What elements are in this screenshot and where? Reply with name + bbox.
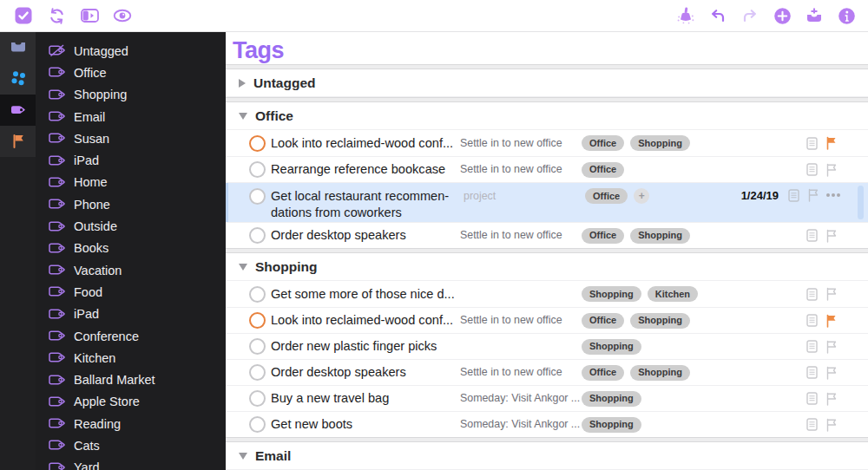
- sidebar-item-reading[interactable]: Reading: [36, 413, 226, 434]
- main-scrollbar-thumb[interactable]: [858, 186, 864, 219]
- tag-pill[interactable]: Office: [582, 313, 624, 329]
- tag-pill[interactable]: Shopping: [630, 135, 690, 151]
- perspective-projects[interactable]: [0, 63, 36, 95]
- flag-icon[interactable]: [825, 287, 837, 301]
- tag-pill[interactable]: Shopping: [582, 286, 641, 302]
- flag-icon[interactable]: [825, 163, 837, 177]
- note-icon[interactable]: [806, 418, 818, 431]
- sidebar-item-susan[interactable]: Susan: [36, 127, 226, 149]
- flag-icon[interactable]: [825, 340, 837, 354]
- task-checkbox[interactable]: [249, 416, 266, 433]
- task-project-placeholder[interactable]: project: [464, 188, 585, 205]
- sidebar-item-conference[interactable]: Conference: [36, 325, 226, 347]
- add-tag-button[interactable]: +: [634, 188, 649, 204]
- note-icon[interactable]: [806, 288, 818, 301]
- flag-icon[interactable]: [825, 418, 837, 432]
- tag-pill[interactable]: Shopping: [582, 339, 641, 355]
- task-row-selected[interactable]: Get local restaurant recommen­dations fr…: [226, 182, 868, 222]
- task-checkbox[interactable]: [249, 227, 266, 244]
- sync-icon[interactable]: [47, 6, 66, 25]
- task-row[interactable]: Order desktop speakers Settle in to new …: [226, 359, 868, 385]
- section-header-untagged[interactable]: Untagged: [226, 69, 868, 97]
- tag-pill[interactable]: Office: [582, 228, 624, 244]
- sidebar-item-ipad-2[interactable]: iPad: [36, 304, 226, 325]
- tag-pill[interactable]: Office: [582, 135, 624, 151]
- sidebar-item-books[interactable]: Books: [36, 238, 226, 259]
- note-icon[interactable]: [806, 137, 818, 150]
- view-eye-icon[interactable]: [113, 6, 132, 25]
- tag-pill[interactable]: Office: [582, 365, 624, 381]
- tag-pill[interactable]: Shopping: [582, 391, 641, 407]
- sidebar-item-email[interactable]: Email: [36, 106, 226, 127]
- add-item-icon[interactable]: [773, 6, 792, 25]
- due-date[interactable]: 1/24/19: [741, 189, 779, 202]
- task-row[interactable]: Rearrange reference bookcase Settle in t…: [226, 156, 868, 182]
- sidebar-item-home[interactable]: Home: [36, 172, 226, 193]
- task-row[interactable]: Look into reclaimed-wood conf... Settle …: [226, 130, 868, 156]
- sidebar-item-apple-store[interactable]: Apple Store: [36, 391, 226, 413]
- sidebar-item-kitchen[interactable]: Kitchen: [36, 347, 226, 369]
- section-header-shopping[interactable]: Shopping: [226, 253, 868, 281]
- clean-up-icon[interactable]: [676, 6, 695, 25]
- sidebar-item-office[interactable]: Office: [36, 62, 226, 83]
- complete-checkbox-icon[interactable]: [14, 6, 33, 25]
- sidebar-item-vacation[interactable]: Vacation: [36, 259, 226, 281]
- tag-pill[interactable]: Shopping: [630, 313, 690, 329]
- sidebar-item-yard[interactable]: Yard: [36, 457, 226, 470]
- flag-icon[interactable]: [825, 136, 837, 150]
- perspective-inbox[interactable]: [0, 32, 36, 63]
- perspective-flagged[interactable]: [0, 126, 36, 157]
- send-to-inbox-icon[interactable]: [805, 6, 824, 25]
- perspective-tags[interactable]: [0, 95, 36, 126]
- disclosure-triangle-icon[interactable]: [239, 113, 247, 120]
- tag-pill[interactable]: Shopping: [630, 228, 690, 244]
- tag-pill[interactable]: Kitchen: [648, 286, 698, 302]
- note-icon[interactable]: [788, 189, 799, 202]
- toggle-sidebar-icon[interactable]: [80, 6, 99, 25]
- task-checkbox[interactable]: [249, 161, 266, 178]
- flag-icon[interactable]: [825, 366, 837, 380]
- disclosure-triangle-icon[interactable]: [239, 79, 246, 88]
- sidebar-item-ipad[interactable]: iPad: [36, 149, 226, 171]
- tag-pill[interactable]: Office: [582, 162, 624, 178]
- task-row[interactable]: Order desktop speakers Settle in to new …: [226, 222, 868, 248]
- task-checkbox[interactable]: [249, 135, 266, 152]
- inspector-info-icon[interactable]: [837, 6, 856, 25]
- task-row[interactable]: Get new boots Someday: Visit Ankgor ... …: [226, 411, 868, 437]
- task-row[interactable]: Buy a new travel bag Someday: Visit Ankg…: [226, 385, 868, 411]
- tag-pill[interactable]: Shopping: [582, 417, 641, 433]
- note-icon[interactable]: [806, 314, 818, 327]
- more-actions-icon[interactable]: [826, 193, 842, 197]
- disclosure-triangle-icon[interactable]: [239, 453, 247, 460]
- sidebar-item-outside[interactable]: Outside: [36, 215, 226, 237]
- flag-icon[interactable]: [825, 229, 837, 243]
- note-icon[interactable]: [806, 392, 818, 405]
- tag-pill[interactable]: Office: [585, 188, 628, 204]
- note-icon[interactable]: [806, 163, 818, 176]
- task-checkbox[interactable]: [249, 312, 266, 329]
- tag-pill[interactable]: Shopping: [630, 365, 690, 381]
- flag-icon[interactable]: [807, 188, 819, 202]
- note-icon[interactable]: [806, 366, 818, 379]
- disclosure-triangle-icon[interactable]: [239, 264, 247, 271]
- sidebar-item-shopping[interactable]: Shopping: [36, 84, 226, 106]
- flag-icon[interactable]: [825, 314, 837, 328]
- task-row[interactable]: Look into reclaimed-wood conf... Settle …: [226, 307, 868, 333]
- sidebar-item-phone[interactable]: Phone: [36, 193, 226, 215]
- task-checkbox[interactable]: [249, 188, 266, 205]
- sidebar-item-cats[interactable]: Cats: [36, 434, 226, 456]
- task-row[interactable]: Order new plastic finger picks Shopping: [226, 333, 868, 359]
- task-checkbox[interactable]: [249, 286, 266, 303]
- note-icon[interactable]: [806, 229, 818, 242]
- section-header-email[interactable]: Email: [226, 442, 868, 470]
- task-row[interactable]: Get some more of those nice d... Shoppin…: [226, 281, 868, 307]
- sidebar-item-untagged[interactable]: Untagged: [36, 40, 226, 62]
- redo-icon[interactable]: [740, 6, 760, 25]
- sidebar-item-ballard-market[interactable]: Ballard Market: [36, 369, 226, 390]
- note-icon[interactable]: [806, 340, 818, 353]
- task-checkbox[interactable]: [249, 364, 266, 381]
- undo-icon[interactable]: [708, 6, 727, 25]
- task-checkbox[interactable]: [249, 390, 266, 407]
- section-header-office[interactable]: Office: [226, 102, 868, 130]
- task-checkbox[interactable]: [249, 338, 266, 355]
